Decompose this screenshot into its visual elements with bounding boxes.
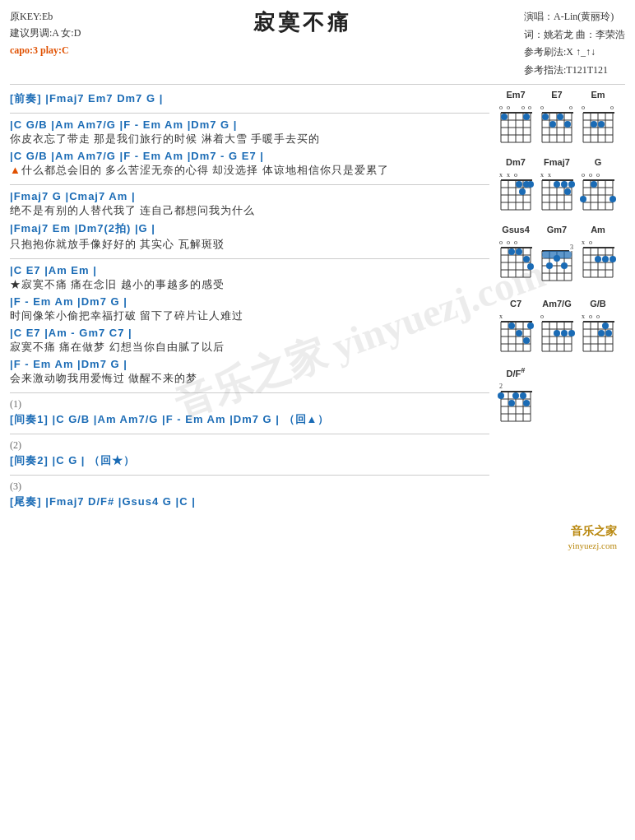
svg-text:o: o — [589, 313, 592, 320]
svg-point-76 — [561, 181, 568, 188]
singer: 演唱：A-Lin(黄丽玲) — [524, 8, 625, 26]
svg-point-93 — [580, 196, 586, 202]
chord-am: Am x o — [580, 225, 616, 289]
svg-text:x: x — [582, 313, 585, 320]
svg-point-126 — [561, 262, 568, 269]
svg-text:3: 3 — [570, 244, 573, 251]
capo: capo:3 play:C — [10, 42, 81, 58]
chord-am7g: Am7/G o — [539, 299, 575, 356]
chorus-chords4: |F - Em Am |Dm7 G | — [10, 358, 489, 370]
svg-point-170 — [568, 330, 575, 336]
svg-point-94 — [610, 196, 616, 202]
chord-gb: G/B x o o — [580, 299, 616, 356]
song-title: 寂寞不痛 — [253, 8, 352, 37]
suggested-key: 建议男调:A 女:D — [10, 25, 81, 41]
svg-text:o: o — [499, 239, 503, 246]
chorus1-lyrics1: 绝不是有别的人替代我了 连自己都想问我为什么 — [10, 203, 489, 218]
svg-point-15 — [523, 114, 530, 120]
svg-point-185 — [598, 330, 605, 336]
svg-point-75 — [554, 181, 560, 188]
outro-section: (3) [尾奏] |Fmaj7 D/F# |Gsus4 G |C | — [10, 480, 489, 509]
svg-text:o: o — [582, 171, 585, 179]
chorus-lyrics2: 时间像笨小偷把幸福打破 留下了碎片让人难过 — [10, 309, 489, 323]
svg-point-108 — [508, 248, 515, 255]
svg-point-199 — [512, 392, 519, 399]
interlude2-line: [间奏2] |C G | （回★） — [10, 453, 489, 468]
svg-point-31 — [564, 121, 571, 128]
svg-text:o: o — [610, 104, 614, 111]
svg-text:x: x — [499, 313, 503, 320]
svg-text:o: o — [582, 104, 585, 111]
svg-point-155 — [523, 337, 530, 344]
chord-e7: E7 o o — [539, 90, 575, 147]
chord-g: G o o o — [580, 157, 616, 215]
svg-point-61 — [527, 181, 534, 188]
svg-point-153 — [508, 323, 515, 329]
svg-point-77 — [568, 181, 575, 188]
bridge-section: |Fmaj7 G |Cmaj7 Am | 绝不是有别的人替代我了 连自己都想问我… — [10, 190, 489, 252]
svg-point-44 — [591, 121, 597, 128]
right-panel: Em7 o o o o — [498, 90, 625, 516]
header-left: 原KEY:Eb 建议男调:A 女:D capo:3 play:C — [10, 8, 81, 79]
svg-text:o: o — [499, 104, 503, 111]
chorus-chords3: |C E7 |Am - Gm7 C7 | — [10, 327, 489, 339]
outro-line: [尾奏] |Fmaj7 D/F# |Gsus4 G |C | — [10, 494, 489, 509]
svg-point-202 — [523, 400, 530, 406]
svg-text:x: x — [582, 239, 585, 246]
interlude1-label: (1) — [10, 398, 489, 411]
svg-point-201 — [508, 400, 515, 406]
chorus1-chords2: |Fmaj7 Em |Dm7(2拍) |G | — [10, 221, 489, 236]
chord-em: Em o o — [580, 90, 616, 147]
strum-pattern: 参考刷法:X ↑_↑↓ — [524, 44, 625, 62]
svg-point-110 — [523, 256, 530, 262]
lyricist: 词：姚若龙 曲：李荣浩 — [524, 26, 625, 44]
interlude1-line: [间奏1] |C G/B |Am Am7/G |F - Em Am |Dm7 G… — [10, 412, 489, 427]
chorus1-lyrics2: 只抱抱你就放手像好好的 其实心 瓦解斑驳 — [10, 237, 489, 252]
header-center: 寂寞不痛 — [253, 8, 352, 79]
svg-text:o: o — [569, 104, 572, 111]
svg-point-200 — [520, 392, 526, 399]
chorus-lyrics4: 会来激动吻我用爱悔过 做醒不来的梦 — [10, 371, 489, 386]
chord-fmaj7: Fmaj7 x x — [539, 157, 575, 215]
verse2-lyrics: ▲什么都总会旧的 多么苦涩无奈的心得 却没选择 体谅地相信你只是爱累了 — [10, 163, 489, 178]
svg-point-30 — [549, 121, 556, 128]
prelude-section: [前奏] |Fmaj7 Em7 Dm7 G | — [10, 91, 489, 106]
svg-text:o: o — [514, 239, 517, 246]
header: 原KEY:Eb 建议男调:A 女:D capo:3 play:C 寂寞不痛 演唱… — [10, 8, 625, 79]
svg-point-139 — [595, 256, 601, 262]
svg-text:o: o — [521, 104, 525, 111]
verse1-chords: |C G/B |Am Am7/G |F - Em Am |Dm7 G | — [10, 118, 489, 131]
svg-point-125 — [554, 255, 560, 262]
svg-text:o: o — [589, 239, 592, 246]
left-content: [前奏] |Fmaj7 Em7 Dm7 G | |C G/B |Am Am7/G… — [10, 90, 498, 516]
svg-text:o: o — [540, 104, 544, 111]
fingering-pattern: 参考指法:T121T121 — [524, 62, 625, 80]
svg-point-45 — [598, 121, 605, 128]
verse2-chords: |C G/B |Am Am7/G |F - Em Am |Dm7 - G E7 … — [10, 150, 489, 162]
outro-label: (3) — [10, 480, 489, 493]
svg-point-14 — [501, 114, 508, 120]
svg-point-169 — [561, 330, 568, 336]
svg-point-186 — [605, 330, 612, 336]
svg-text:o: o — [514, 171, 517, 179]
verse2-mark: ▲ — [10, 164, 21, 176]
chorus-chords1: |C E7 |Am Em | — [10, 264, 489, 276]
chord-dm7: Dm7 x x o — [498, 157, 534, 215]
chord-df-sharp: D/F# 2 — [498, 366, 534, 426]
svg-text:x: x — [540, 171, 544, 179]
svg-point-124 — [546, 262, 553, 269]
svg-point-28 — [542, 114, 549, 120]
svg-point-154 — [516, 330, 522, 336]
svg-text:o: o — [596, 313, 600, 320]
chord-gm7: Gm7 3 — [539, 225, 575, 289]
svg-text:o: o — [540, 313, 544, 320]
chorus-lyrics1: ★寂寞不痛 痛在念旧 越小的事越多的感受 — [10, 277, 489, 292]
svg-point-156 — [527, 323, 534, 329]
verse1-lyrics: 你皮衣忘了带走 那是我们旅行的时候 淋着大雪 手暖手去买的 — [10, 132, 489, 146]
verse1-section: |C G/B |Am Am7/G |F - Em Am |Dm7 G | 你皮衣… — [10, 118, 489, 178]
svg-text:o: o — [507, 239, 510, 246]
svg-text:o: o — [589, 171, 592, 179]
chord-c7: C7 x — [498, 299, 534, 356]
svg-point-109 — [516, 248, 522, 255]
svg-point-78 — [564, 188, 571, 195]
